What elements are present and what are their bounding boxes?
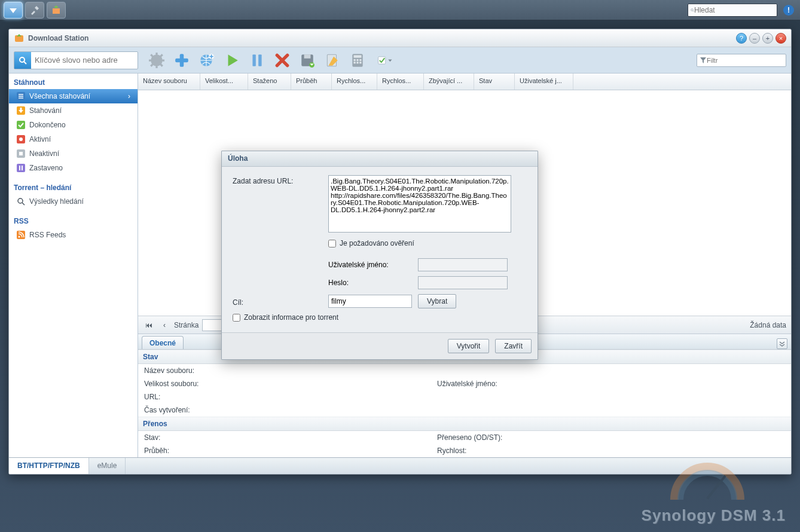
tab-general[interactable]: Obecné	[142, 336, 184, 349]
svg-line-8	[24, 62, 26, 64]
keyword-search-box[interactable]	[14, 51, 138, 69]
add-button[interactable]	[172, 50, 192, 71]
toolbar-row	[9, 47, 791, 74]
detail-label: Rychlost:	[437, 447, 466, 455]
grid-header: Název souboruVelikost...StaženoPrůběhRyc…	[138, 74, 791, 90]
filter-icon	[700, 57, 707, 64]
auth-checkbox-row[interactable]: Je požadováno ověření	[328, 239, 414, 247]
sidebar-item-stopped[interactable]: Zastaveno	[9, 161, 138, 175]
dialog-title: Úloha	[222, 151, 538, 167]
maximize-button[interactable]: +	[762, 33, 773, 44]
double-chevron-down-icon	[779, 341, 785, 347]
first-page-button[interactable]: ⏮	[143, 319, 155, 331]
detail-label: Uživatelské jméno:	[437, 380, 497, 388]
bottom-tab-bt[interactable]: BT/HTTP/FTP/NZB	[9, 458, 89, 475]
torrent-info-checkbox-row[interactable]: Zobrazit informace pro torrent	[233, 313, 527, 322]
filter-box[interactable]	[697, 54, 786, 67]
detail-label: URL:	[144, 393, 437, 401]
delete-button[interactable]	[272, 50, 292, 71]
detail-label: Průběh:	[144, 447, 437, 455]
bottom-tab-emule[interactable]: eMule	[89, 458, 126, 475]
tabs-dropdown-button[interactable]	[777, 338, 787, 349]
play-button[interactable]	[222, 50, 242, 71]
play-icon	[224, 53, 240, 68]
grid-column-header[interactable]: Rychlos...	[377, 74, 424, 90]
add-url-button[interactable]	[197, 50, 217, 71]
svg-rect-1	[53, 8, 60, 14]
svg-point-53	[18, 198, 23, 203]
calc-button[interactable]	[347, 50, 368, 71]
burst-icon	[16, 134, 26, 144]
torrent-info-label: Zobrazit informace pro torrent	[244, 313, 338, 322]
grid-column-header[interactable]: Staženo	[248, 74, 291, 90]
svg-marker-37	[700, 57, 706, 63]
grid-column-header[interactable]: Stav	[474, 74, 515, 90]
grid-column-header[interactable]: Zbývající ...	[424, 74, 474, 90]
choose-button[interactable]: Vybrat	[418, 294, 456, 308]
url-textarea[interactable]	[328, 175, 511, 233]
svg-rect-21	[258, 54, 261, 66]
edit-button[interactable]	[322, 50, 343, 71]
sidebar-item-active[interactable]: Aktivní	[9, 132, 138, 146]
svg-marker-36	[388, 59, 392, 62]
sidebar-item-downloading[interactable]: Stahování	[9, 103, 138, 118]
start-menu-button[interactable]	[4, 2, 23, 19]
box-arrow-icon	[51, 5, 62, 16]
sidebar-item-done[interactable]: Dokončeno	[9, 118, 138, 132]
keyword-search-button[interactable]	[14, 52, 31, 69]
create-button[interactable]: Vytvořit	[448, 339, 490, 353]
minimize-button[interactable]: –	[749, 33, 760, 44]
sidebar-item-search-results[interactable]: Výsledky hledání	[9, 194, 138, 209]
system-search-input[interactable]	[694, 6, 774, 14]
list-icon	[16, 91, 26, 101]
close-button[interactable]: ×	[775, 33, 786, 44]
dialog-close-button[interactable]: Zavřít	[495, 339, 532, 353]
disk-icon	[300, 53, 315, 68]
system-search[interactable]	[688, 4, 777, 17]
keyword-search-input[interactable]	[31, 56, 138, 65]
svg-rect-34	[359, 62, 361, 63]
package-button[interactable]	[47, 2, 66, 19]
page-input[interactable]	[202, 319, 224, 331]
prev-page-button[interactable]: ‹	[158, 319, 170, 331]
grid-column-header[interactable]: Průběh	[291, 74, 332, 90]
search-icon	[18, 56, 28, 65]
detail-label: Název souboru:	[144, 366, 437, 375]
pause-button[interactable]	[247, 50, 267, 71]
sidebar-item-label: Dokončeno	[29, 121, 66, 129]
svg-point-7	[20, 57, 25, 62]
svg-rect-52	[22, 166, 23, 170]
grid-column-header[interactable]: Název souboru	[138, 74, 200, 90]
help-button[interactable]: ?	[736, 33, 747, 44]
sidebar-item-inactive[interactable]: Neaktivní	[9, 146, 138, 161]
notification-badge[interactable]: !	[783, 5, 794, 16]
gear-icon	[149, 53, 164, 68]
pause-icon	[16, 163, 26, 173]
check-dropdown-button[interactable]	[372, 50, 398, 71]
destination-label: Cíl:	[233, 296, 328, 307]
svg-rect-30	[356, 59, 358, 60]
sidebar-header-torrent: Torrent – hledání	[9, 180, 138, 194]
sidebar-item-all[interactable]: Všechna stahování ›	[9, 89, 138, 103]
settings-button[interactable]	[146, 50, 167, 71]
destination-input[interactable]	[328, 295, 412, 308]
grid-column-header[interactable]: Rychlos...	[332, 74, 377, 90]
delete-icon	[274, 53, 290, 68]
chevron-down-icon	[8, 6, 19, 14]
sidebar-item-label: Výsledky hledání	[29, 197, 84, 206]
sidebar-item-label: Aktivní	[29, 135, 51, 143]
url-label: Zadat adresu URL:	[233, 175, 328, 185]
svg-rect-49	[19, 152, 23, 155]
tools-button[interactable]	[25, 2, 44, 19]
save-button[interactable]	[297, 50, 317, 71]
pager-label: Stránka	[174, 321, 199, 329]
username-input	[418, 258, 508, 271]
dialog-footer: Vytvořit Zavřít	[222, 332, 538, 359]
grid-column-header[interactable]: Uživatelské j...	[515, 74, 573, 90]
filter-input[interactable]	[707, 57, 783, 64]
torrent-info-checkbox[interactable]	[233, 314, 240, 322]
auth-checkbox[interactable]	[328, 240, 336, 247]
grid-column-header[interactable]: Velikost...	[200, 74, 248, 90]
detail-section-prenos: Přenos	[138, 417, 791, 431]
sidebar-item-rss[interactable]: RSS Feeds	[9, 228, 138, 242]
